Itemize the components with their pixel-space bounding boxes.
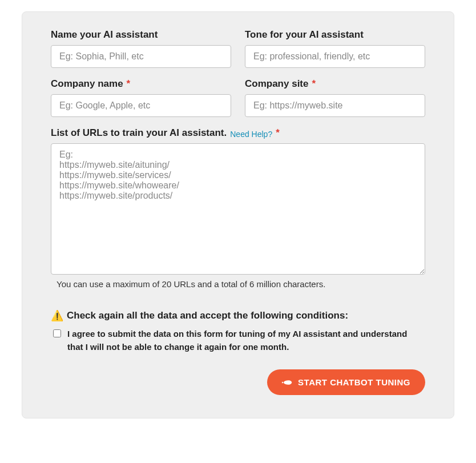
- rocket-icon: [282, 379, 292, 386]
- tone-label-text: Tone for your AI assistant: [245, 29, 364, 41]
- company-name-label: Company name *: [51, 78, 231, 90]
- conditions-title-text: Check again all the data and accept the …: [67, 310, 348, 321]
- company-name-input[interactable]: [51, 94, 231, 117]
- conditions-title: ⚠️ Check again all the data and accept t…: [51, 309, 425, 322]
- urls-label: List of URLs to train your AI assistant.…: [51, 127, 425, 139]
- start-tuning-button[interactable]: START CHATBOT TUNING: [267, 369, 425, 395]
- start-tuning-label: START CHATBOT TUNING: [298, 377, 410, 387]
- consent-checkbox[interactable]: [53, 329, 61, 337]
- need-help-link[interactable]: Need Help?: [230, 130, 272, 139]
- company-name-label-text: Company name: [51, 78, 123, 90]
- name-label: Name your AI assistant: [51, 29, 231, 41]
- company-site-label-text: Company site: [245, 78, 308, 90]
- company-site-label: Company site *: [245, 78, 425, 90]
- conditions-section: ⚠️ Check again all the data and accept t…: [51, 309, 425, 353]
- name-label-text: Name your AI assistant: [51, 29, 158, 41]
- urls-textarea[interactable]: [51, 143, 425, 275]
- form-card: Name your AI assistant Tone for your AI …: [22, 11, 454, 418]
- company-site-input[interactable]: [245, 94, 425, 117]
- name-input[interactable]: [51, 45, 231, 68]
- consent-text: I agree to submit the data on this form …: [67, 328, 416, 353]
- required-mark: *: [127, 78, 131, 90]
- consent-row[interactable]: I agree to submit the data on this form …: [51, 328, 416, 353]
- urls-hint: You can use a maximum of 20 URLs and a t…: [57, 279, 425, 289]
- tone-input[interactable]: [245, 45, 425, 68]
- urls-label-text: List of URLs to train your AI assistant.: [51, 127, 227, 139]
- required-mark: *: [312, 78, 316, 90]
- tone-label: Tone for your AI assistant: [245, 29, 425, 41]
- required-mark: *: [276, 127, 280, 139]
- warning-icon: ⚠️: [51, 309, 63, 322]
